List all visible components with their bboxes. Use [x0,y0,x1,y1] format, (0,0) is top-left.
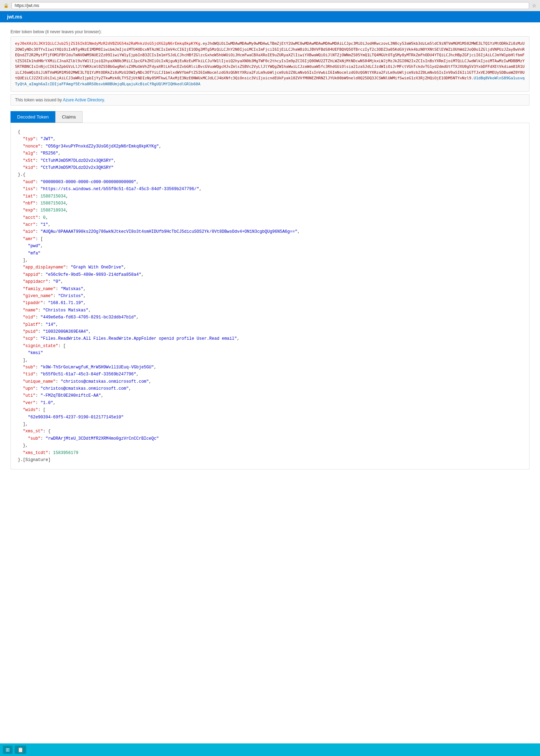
issuer-note-text: This token was issued by [15,98,62,102]
token-label: Enter token below (it never leaves your … [10,29,530,34]
url-bar[interactable]: https://jwt.ms [12,2,529,9]
taskbar-btn-1[interactable]: ⊞ [3,746,13,754]
tab-decoded-token[interactable]: Decoded Token [10,111,55,123]
page-content: Enter token below (it never leaves your … [0,22,540,755]
taskbar-btn-2[interactable]: 📋 [15,746,26,754]
site-header: jwt.ms [0,11,540,22]
browser-chrome: 🔒 https://jwt.ms ☆ [0,0,540,11]
tabs-row: Decoded Token Claims [10,111,530,123]
site-title: jwt.ms [7,14,22,20]
bookmark-icon[interactable]: ☆ [532,3,537,8]
issuer-link[interactable]: Azure Active Directory. [63,98,105,102]
tab-claims[interactable]: Claims [55,111,83,123]
taskbar: ⊞ 📋 [0,743,540,755]
token-section: Enter token below (it never leaves your … [10,29,530,106]
tabs-container: Decoded Token Claims [10,111,530,123]
lock-icon: 🔒 [3,3,9,8]
decoded-json-content: { "typ": "JWT", "nonce": "O56gr34vuPYPnx… [10,123,530,469]
token-input-display[interactable]: eyJ0eXAiOiJKV1QiLCJub25jZSI6Ik81NmdyMzR2… [10,36,530,92]
issuer-note: This token was issued by Azure Active Di… [10,94,530,106]
